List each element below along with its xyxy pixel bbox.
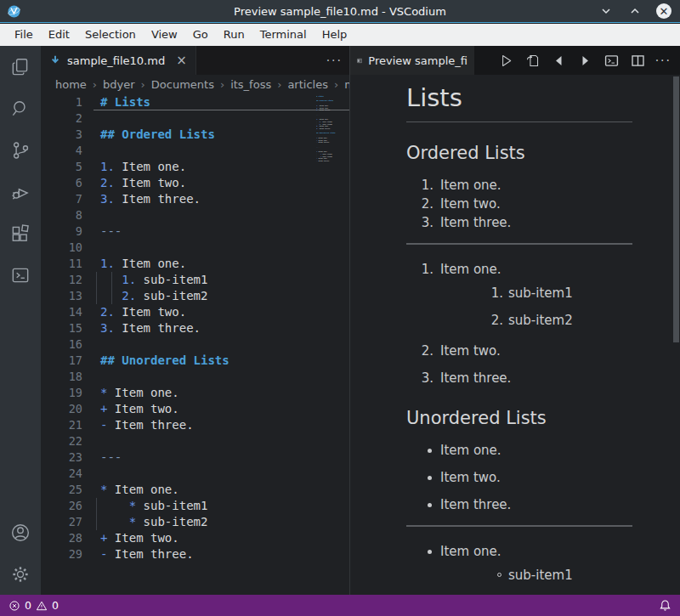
- menu-item-go[interactable]: Go: [185, 24, 216, 46]
- run-and-debug-icon[interactable]: [0, 171, 41, 212]
- markdown-preview[interactable]: ListsOrdered Lists1.Item one.2.Item two.…: [350, 75, 680, 595]
- markdown-arrow-icon: [49, 54, 61, 66]
- tab-close-icon[interactable]: ×: [176, 53, 187, 68]
- list-number: 3.: [406, 369, 434, 387]
- minimize-icon[interactable]: [598, 3, 614, 19]
- code-line[interactable]: ## Unordered Lists: [94, 353, 349, 369]
- code-line[interactable]: 3. Item three.: [94, 320, 349, 336]
- extensions-icon[interactable]: [0, 212, 41, 254]
- code-area[interactable]: # Lists## Ordered Lists1. Item one.2. It…: [94, 93, 349, 595]
- code-line[interactable]: * sub-item2: [94, 514, 349, 530]
- breadcrumb-segment[interactable]: articles: [287, 78, 328, 91]
- list-item: 1.Item one.1.sub-item12.sub-item2: [406, 260, 632, 330]
- code-line[interactable]: [94, 207, 349, 223]
- terminal-box-icon[interactable]: [0, 254, 41, 296]
- toggle-terminal-icon[interactable]: [603, 51, 621, 70]
- menu-item-run[interactable]: Run: [216, 24, 252, 46]
- close-icon[interactable]: ✕: [656, 3, 672, 19]
- tab-preview[interactable]: Preview sample_fi: [350, 46, 474, 75]
- code-line[interactable]: - Item three.: [316, 160, 320, 162]
- code-line[interactable]: [94, 433, 349, 449]
- accounts-icon[interactable]: [0, 511, 41, 553]
- preview-hr: [406, 243, 632, 245]
- code-line[interactable]: * sub-item1: [94, 498, 349, 514]
- list-item: Item three.: [406, 495, 632, 514]
- nested-list: sub-item1sub-item2: [440, 566, 632, 595]
- open-changes-icon[interactable]: [524, 51, 542, 70]
- menu-item-selection[interactable]: Selection: [77, 24, 144, 46]
- list-item-text: Item three.: [440, 497, 511, 512]
- list-item-text: Item two.: [440, 343, 501, 359]
- editor-group: sample_file10.md × ··· home›bdyer›Docume…: [41, 46, 349, 595]
- code-line[interactable]: * Item one.: [94, 482, 349, 498]
- minimap[interactable]: # Lists## Ordered Lists1. Item one.2. It…: [316, 95, 342, 201]
- list-item-text: Item two.: [440, 470, 501, 485]
- menu-item-terminal[interactable]: Terminal: [252, 24, 314, 46]
- settings-gear-icon[interactable]: [0, 553, 41, 595]
- breadcrumb-separator: ›: [334, 78, 338, 91]
- line-number: 17: [41, 353, 94, 369]
- code-line[interactable]: - Item three.: [94, 546, 349, 562]
- line-number: 10: [41, 240, 94, 256]
- code-line[interactable]: + Item two.: [94, 401, 349, 417]
- code-line[interactable]: ---: [94, 449, 349, 466]
- previous-icon[interactable]: [550, 51, 569, 70]
- code-line[interactable]: 2. Item two.: [94, 175, 349, 191]
- code-editor[interactable]: 1234567891011121314151617181920212223242…: [41, 93, 349, 595]
- more-actions-icon[interactable]: ···: [655, 54, 672, 67]
- nested-list-item: sub-item1: [440, 566, 632, 585]
- preview-scrollbar[interactable]: [673, 76, 679, 342]
- explorer-icon[interactable]: [0, 46, 41, 88]
- code-line[interactable]: 1. Item one.: [94, 159, 349, 175]
- code-line[interactable]: - Item three.: [94, 417, 349, 433]
- maximize-icon[interactable]: [627, 3, 643, 19]
- tab-sample-file10[interactable]: sample_file10.md ×: [41, 46, 196, 75]
- code-line[interactable]: 1. Item one.: [94, 256, 349, 272]
- menu-item-view[interactable]: View: [144, 24, 185, 46]
- breadcrumb-segment[interactable]: bdyer: [103, 78, 135, 91]
- next-icon[interactable]: [576, 51, 595, 70]
- line-number: 29: [41, 546, 94, 562]
- code-line[interactable]: [94, 369, 349, 385]
- breadcrumb-segment[interactable]: home: [55, 78, 87, 91]
- problems-status[interactable]: 0 0: [8, 599, 59, 612]
- code-line[interactable]: * Item one.: [94, 385, 349, 401]
- split-editor-icon[interactable]: [629, 51, 648, 70]
- code-line[interactable]: [94, 110, 349, 127]
- tab-label: sample_file10.md: [67, 54, 165, 67]
- menu-item-edit[interactable]: Edit: [41, 24, 77, 46]
- code-line[interactable]: [94, 143, 349, 159]
- code-line[interactable]: [94, 466, 349, 482]
- code-line[interactable]: [94, 336, 349, 353]
- source-control-icon[interactable]: [0, 129, 41, 171]
- code-line[interactable]: 2. Item two.: [94, 304, 349, 320]
- code-line[interactable]: # Lists: [94, 94, 349, 110]
- preview-h2: Unordered Lists: [406, 408, 632, 428]
- breadcrumb-segment[interactable]: its_foss: [230, 78, 271, 91]
- code-line[interactable]: 3. Item three.: [94, 191, 349, 207]
- preview-group: Preview sample_fi: [349, 46, 680, 595]
- bell-icon[interactable]: [659, 599, 672, 612]
- code-line[interactable]: + Item two.: [94, 530, 349, 546]
- code-line[interactable]: 2. sub-item2: [94, 288, 349, 304]
- menu-item-file[interactable]: File: [7, 24, 41, 46]
- preview-tab-label: Preview sample_fi: [368, 54, 468, 67]
- run-icon[interactable]: [497, 51, 516, 70]
- more-actions-icon[interactable]: ···: [326, 46, 343, 75]
- line-number: 18: [41, 369, 94, 385]
- code-line[interactable]: 1. sub-item1: [94, 272, 349, 288]
- breadcrumb: home›bdyer›Documents›its_foss›articles›m…: [41, 75, 349, 93]
- line-number: 9: [41, 223, 94, 240]
- search-icon[interactable]: [0, 88, 41, 129]
- breadcrumb-segment[interactable]: Documents: [151, 78, 214, 91]
- list-item: 3.Item three.: [406, 213, 632, 232]
- activity-bar: [0, 46, 41, 595]
- breadcrumb-separator: ›: [220, 78, 224, 91]
- nested-list-item: 1.sub-item1: [440, 284, 632, 302]
- code-line[interactable]: ## Ordered Lists: [94, 127, 349, 143]
- title-bar[interactable]: Preview sample_file10.md - VSCodium ✕: [0, 0, 680, 23]
- code-line[interactable]: [94, 240, 349, 256]
- menu-bar: FileEditSelectionViewGoRunTerminalHelp: [0, 24, 680, 46]
- menu-item-help[interactable]: Help: [314, 24, 355, 46]
- code-line[interactable]: ---: [94, 223, 349, 240]
